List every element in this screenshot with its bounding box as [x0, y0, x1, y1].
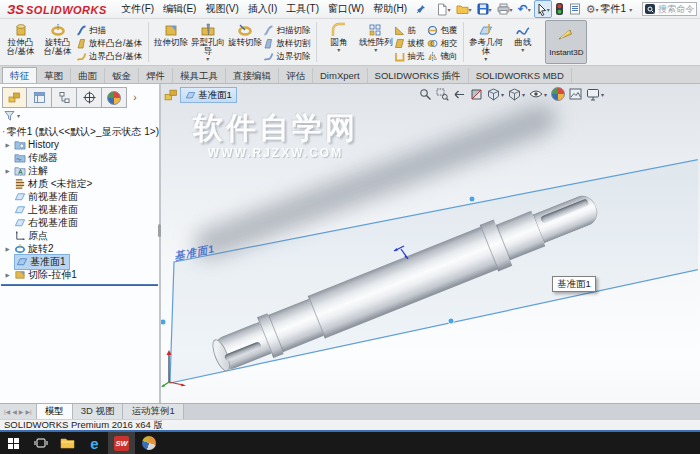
keyway-slot-right[interactable] — [540, 198, 589, 223]
last-tab-button[interactable]: ▶| — [25, 408, 31, 415]
tab-model[interactable]: 模型 — [37, 404, 73, 419]
fillet-button[interactable]: 圆角 ▾ — [320, 20, 357, 64]
task-view-button[interactable] — [27, 432, 54, 454]
revolved-cut-button[interactable]: 旋转切除 — [226, 20, 263, 64]
breadcrumb-selected-item[interactable]: 基准面1 — [180, 87, 237, 103]
tab-sheet-metal[interactable]: 钣金 — [105, 68, 139, 83]
tab-configurationmanager[interactable] — [52, 87, 77, 108]
tree-root[interactable]: 零件1 (默认<<默认>_显示状态 1>) — [0, 125, 159, 138]
menu-edit[interactable]: 编辑(E) — [159, 2, 201, 16]
tab-evaluate[interactable]: 评估 — [279, 68, 313, 83]
tree-item-plane1[interactable]: 基准面1 — [0, 255, 159, 268]
start-button[interactable] — [0, 432, 27, 454]
expander-icon[interactable]: ▶ — [3, 246, 12, 252]
command-search-input[interactable]: 搜索命令 — [642, 2, 697, 16]
extruded-boss-button[interactable]: 拉伸凸台/基体 — [2, 20, 39, 64]
boundary-cut-button[interactable]: 边界切除 — [263, 50, 313, 63]
print-button[interactable]: ▾ — [495, 0, 515, 18]
tree-item-history[interactable]: ▶ History — [0, 138, 159, 151]
menu-window[interactable]: 窗口(W) — [324, 2, 369, 16]
display-style-button[interactable]: ▾ — [508, 88, 525, 101]
chevron-down-icon[interactable]: ▾ — [206, 56, 209, 62]
tab-displaymanager[interactable] — [102, 87, 127, 108]
tab-solidworks-mbd[interactable]: SOLIDWORKS MBD — [469, 68, 572, 83]
document-switcher[interactable]: 零件1 ▾ — [601, 2, 633, 16]
tab-mold-tools[interactable]: 模具工具 — [173, 68, 226, 83]
boundary-boss-button[interactable]: 边界凸台/基体 — [76, 50, 145, 63]
edge-browser-button[interactable]: e — [81, 432, 108, 454]
lofted-cut-button[interactable]: 放样切割 — [263, 37, 313, 50]
apply-scene-button[interactable] — [569, 88, 582, 100]
file-properties-button[interactable] — [567, 0, 583, 18]
tree-item-origin[interactable]: 原点 — [0, 229, 159, 242]
tree-item-front-plane[interactable]: 前视基准面 — [0, 190, 159, 203]
section-view-button[interactable] — [470, 88, 483, 101]
menu-view[interactable]: 视图(V) — [201, 2, 243, 16]
chevron-down-icon[interactable]: ▾ — [374, 47, 377, 53]
tab-weldments[interactable]: 焊件 — [139, 68, 173, 83]
tab-motion-study1[interactable]: 运动算例1 — [123, 404, 183, 419]
open-button[interactable]: ▾ — [454, 0, 474, 18]
keyway-slot-left[interactable] — [224, 341, 262, 362]
mirror-button[interactable]: 镜向 — [427, 50, 460, 63]
previous-tab-button[interactable]: ◀ — [12, 408, 17, 415]
extruded-cut-button[interactable]: 拉伸切除 — [152, 20, 189, 64]
view-settings-button[interactable]: ▾ — [586, 88, 604, 101]
wrap-button[interactable]: 包覆 — [427, 24, 460, 37]
tab-featuremanager-tree[interactable] — [2, 87, 27, 108]
graphics-viewport[interactable]: 软件自学网 WWW.RJZXW.COM — [161, 84, 700, 403]
new-document-button[interactable]: ▾ — [434, 0, 453, 18]
select-button[interactable]: ▾ — [534, 0, 552, 18]
tree-item-sensors[interactable]: 传感器 — [0, 151, 159, 164]
file-explorer-button[interactable] — [54, 432, 81, 454]
tab-propertymanager[interactable] — [27, 87, 52, 108]
menu-tools[interactable]: 工具(T) — [282, 2, 324, 16]
menu-insert[interactable]: 插入(I) — [243, 2, 281, 16]
intersect-button[interactable]: 相交 — [427, 37, 460, 50]
edit-appearance-button[interactable] — [551, 87, 565, 101]
tab-3d-views[interactable]: 3D 视图 — [73, 404, 124, 419]
solidworks-taskbar-button[interactable]: SW — [108, 432, 135, 454]
tree-item-material[interactable]: 材质 <未指定> — [0, 177, 159, 190]
tree-item-top-plane[interactable]: 上视基准面 — [0, 203, 159, 216]
hide-show-items-button[interactable]: ▾ — [529, 88, 547, 100]
tree-filter[interactable]: ▾ — [0, 108, 159, 123]
shell-button[interactable]: 抽壳 — [394, 50, 427, 63]
tab-direct-editing[interactable]: 直接编辑 — [226, 68, 279, 83]
linear-pattern-button[interactable]: 线性阵列 ▾ — [357, 20, 394, 64]
tab-sketch[interactable]: 草图 — [37, 68, 71, 83]
pin-menu-icon[interactable] — [416, 0, 426, 18]
draft-button[interactable]: 拔模 — [394, 37, 427, 50]
rollback-bar[interactable] — [1, 284, 158, 286]
zoom-to-area-button[interactable] — [436, 88, 449, 101]
swept-boss-button[interactable]: 扫描 — [76, 24, 145, 37]
expander-icon[interactable]: ▶ — [3, 142, 12, 148]
tree-item-cut-extrude1[interactable]: ▶ 切除-拉伸1 — [0, 268, 159, 281]
menu-help[interactable]: 帮助(H) — [369, 2, 412, 16]
options-button[interactable]: ⚙▾ — [584, 0, 601, 18]
tab-features[interactable]: 特征 — [2, 67, 37, 83]
tab-dimxpertmanager[interactable] — [77, 87, 102, 108]
expander-icon[interactable]: ▶ — [3, 272, 12, 278]
rebuild-button[interactable] — [553, 0, 566, 18]
instant3d-toggle-button[interactable]: Instant3D — [545, 20, 587, 64]
reference-geometry-button[interactable]: 参考几何体 ▾ — [467, 20, 504, 64]
chevron-down-icon[interactable]: ▾ — [337, 47, 340, 53]
tab-surfaces[interactable]: 曲面 — [71, 68, 105, 83]
save-button[interactable]: ▾ — [475, 0, 494, 18]
zoom-to-fit-button[interactable] — [419, 88, 432, 101]
curves-button[interactable]: 曲线 ▾ — [504, 20, 541, 64]
next-tab-button[interactable]: ▶ — [19, 408, 24, 415]
menu-file[interactable]: 文件(F) — [117, 2, 159, 16]
view-orientation-button[interactable]: ▾ — [487, 88, 504, 101]
manager-tabs-overflow[interactable]: › — [127, 87, 143, 108]
previous-view-button[interactable] — [453, 88, 466, 101]
rib-button[interactable]: 筋 — [394, 24, 427, 37]
tree-item-right-plane[interactable]: 右视基准面 — [0, 216, 159, 229]
lofted-boss-button[interactable]: 放样凸台/基体 — [76, 37, 145, 50]
chevron-down-icon[interactable]: ▾ — [484, 56, 487, 62]
tab-solidworks-addins[interactable]: SOLIDWORKS 插件 — [368, 68, 469, 83]
revolved-boss-button[interactable]: 旋转凸台/基体 — [39, 20, 76, 64]
search-scope-icon[interactable] — [645, 4, 655, 14]
expander-icon[interactable]: ▶ — [3, 168, 12, 174]
